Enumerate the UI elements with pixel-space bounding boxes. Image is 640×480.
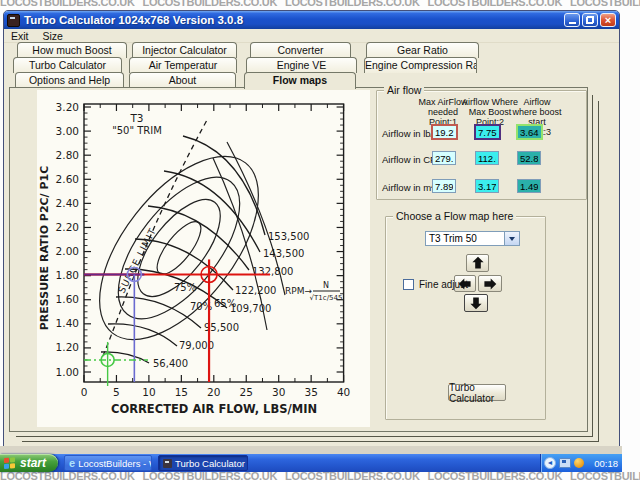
tray-chevron-icon[interactable]: ◄ <box>544 457 556 469</box>
taskbar: start e LocostBuilders - Wind... Turbo C… <box>0 454 622 472</box>
tab-injector-calculator[interactable]: Injector Calculator <box>132 42 237 58</box>
tab-gear-ratio[interactable]: Gear Ratio <box>366 42 479 58</box>
stacked-page-edge <box>22 441 599 442</box>
y-tick-label: 2.20 <box>56 221 79 233</box>
airflow-cfm-point1[interactable] <box>432 151 456 165</box>
arrow-up-icon <box>471 256 485 270</box>
system-tray: ◄ 00:18 <box>540 454 622 472</box>
speed-label-143500: 143,500 <box>263 248 304 259</box>
x-tick-label: 10 <box>142 386 155 398</box>
speed-label-56400: 56,400 <box>153 358 188 369</box>
move-up-button[interactable] <box>466 254 489 272</box>
arrow-down-icon <box>469 296 483 310</box>
desktop-strip <box>0 446 622 454</box>
speed-label-122200: 122,200 <box>235 285 276 296</box>
tray-network-icon[interactable] <box>559 458 571 468</box>
menu-size[interactable]: Size <box>36 30 70 42</box>
airflow-lbm-point3[interactable] <box>516 124 543 140</box>
stacked-page-edge <box>592 95 593 437</box>
y-tick-label: 2.80 <box>56 149 79 161</box>
tab-turbo-calculator[interactable]: Turbo Calculator <box>13 57 122 73</box>
y-tick-label: 1.40 <box>56 317 79 329</box>
y-tick-label: 2.00 <box>56 245 79 257</box>
efficiency-label-75: 75% <box>174 282 196 293</box>
airflow-panel-title: Air flow <box>384 84 424 96</box>
flowmap-panel: Choose a Flow map here T3 Trim 50 <box>385 216 546 420</box>
fine-adjust-checkbox[interactable] <box>403 279 414 290</box>
x-tick-label: 25 <box>240 386 253 398</box>
restore-button[interactable] <box>582 13 598 27</box>
minimize-button[interactable] <box>564 13 580 27</box>
axis-ticks: 05101520253035401.001.201.401.601.802.00… <box>56 101 351 398</box>
close-icon: × <box>605 15 611 25</box>
x-axis-label: CORRECTED AIR FLOW, LBS/MIN <box>111 402 317 416</box>
fine-adjust-label: Fine adjust <box>419 279 468 290</box>
turbo-calculator-button[interactable]: Turbo Calculator <box>448 384 506 401</box>
compressor-map-chart: T3 "50" TRIM SURGE LIMIT 56,400 79,000 9… <box>37 90 370 427</box>
x-tick-label: 30 <box>272 386 285 398</box>
airflow-m3m-point2[interactable] <box>475 179 499 193</box>
desktop: LOCOSTBUILDERS.CO.UK LOCOSTBUILDERS.CO.U… <box>0 0 640 480</box>
tab-how-much-boost[interactable]: How much Boost <box>17 42 127 58</box>
dropdown-arrow-button[interactable] <box>504 232 519 245</box>
close-button[interactable]: × <box>600 13 616 27</box>
y-tick-label: 1.80 <box>56 269 79 281</box>
y-tick-label: 3.00 <box>56 125 79 137</box>
tray-update-icon[interactable] <box>574 458 584 468</box>
chevron-down-icon <box>509 237 515 241</box>
airflow-m3m-point3[interactable] <box>517 179 541 193</box>
x-tick-label: 5 <box>113 386 120 398</box>
tab-engine-compression-ratio[interactable]: Engine Compression Ratio <box>364 57 477 73</box>
watermark-row-top: LOCOSTBUILDERS.CO.UK LOCOSTBUILDERS.CO.U… <box>0 0 640 8</box>
flowmap-panel-title: Choose a Flow map here <box>393 210 516 222</box>
arrow-right-icon <box>483 277 497 291</box>
titlebar[interactable]: Turbo Calculator 1024x768 Version 3.0.8 … <box>4 11 619 29</box>
rpm-label: RPM→ <box>285 286 312 296</box>
airflow-lbm-point2[interactable] <box>474 124 501 140</box>
flowmap-select[interactable]: T3 Trim 50 <box>425 231 520 246</box>
rpm-formula-numerator: N <box>323 281 329 290</box>
stacked-page-edge <box>598 101 599 442</box>
tab-converter[interactable]: Converter <box>250 42 351 58</box>
tab-flow-maps[interactable]: Flow maps <box>244 72 356 89</box>
y-tick-label: 3.20 <box>56 101 79 113</box>
move-down-button[interactable] <box>464 294 488 312</box>
efficiency-label-65: 65% <box>214 298 236 309</box>
compressor-map-svg: T3 "50" TRIM SURGE LIMIT 56,400 79,000 9… <box>37 90 370 427</box>
tab-options-and-help[interactable]: Options and Help <box>15 72 124 88</box>
x-tick-label: 20 <box>207 386 220 398</box>
app-window: Turbo Calculator 1024x768 Version 3.0.8 … <box>3 10 620 448</box>
y-tick-label: 1.00 <box>56 366 79 378</box>
taskbar-task-locostbuilders[interactable]: e LocostBuilders - Wind... <box>64 455 152 471</box>
airflow-cfm-point2[interactable] <box>475 151 499 165</box>
start-button[interactable]: start <box>0 454 58 472</box>
stacked-page-edge <box>16 436 593 437</box>
y-tick-label: 1.20 <box>56 341 79 353</box>
flowmaps-page: T3 "50" TRIM SURGE LIMIT 56,400 79,000 9… <box>9 87 588 432</box>
x-tick-label: 40 <box>337 386 350 398</box>
window-title: Turbo Calculator 1024x768 Version 3.0.8 <box>24 14 243 26</box>
airflow-m3m-point1[interactable] <box>432 179 456 193</box>
x-tick-label: 0 <box>81 386 88 398</box>
tab-about[interactable]: About <box>129 72 236 88</box>
app-icon <box>163 459 172 468</box>
windows-logo-icon <box>4 457 17 470</box>
rpm-formula-denominator: √T1c/545 <box>310 294 343 302</box>
restore-icon <box>586 16 594 24</box>
minimize-icon <box>569 22 576 24</box>
taskbar-clock: 00:18 <box>594 458 622 469</box>
airflow-cfm-point3[interactable] <box>517 151 541 165</box>
tab-air-temperatur[interactable]: Air Temperatur <box>129 57 237 73</box>
y-tick-label: 2.60 <box>56 173 79 185</box>
menubar: Exit Size <box>4 29 619 43</box>
chart-subtitle: "50" TRIM <box>112 125 162 136</box>
tab-engine-ve[interactable]: Engine VE <box>246 57 357 73</box>
chart-title: T3 <box>129 112 143 124</box>
taskbar-task-turbo-calculator[interactable]: Turbo Calculator 1024... <box>158 455 248 471</box>
x-tick-label: 15 <box>175 386 188 398</box>
surge-limit-label: SURGE LIMIT <box>116 226 158 295</box>
move-right-button[interactable] <box>478 275 502 292</box>
speed-label-153500: 153,500 <box>268 231 309 242</box>
menu-exit[interactable]: Exit <box>4 30 36 42</box>
airflow-lbm-point1[interactable] <box>431 124 458 140</box>
